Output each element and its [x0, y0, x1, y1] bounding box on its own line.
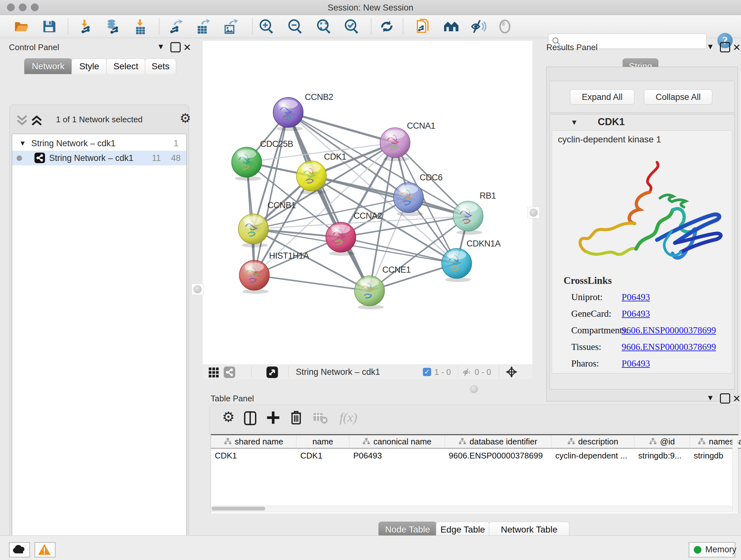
birdseye-view-icon[interactable]: [266, 367, 278, 378]
network-node-label: CDC6: [420, 173, 443, 182]
table-add-icon[interactable]: [266, 411, 280, 426]
results-panel-close-icon[interactable]: ✕: [733, 42, 741, 53]
collapse-all-button[interactable]: Collapse All: [644, 89, 712, 105]
status-bar: Memory: [0, 536, 741, 560]
export-image-icon[interactable]: [222, 19, 239, 34]
cloud-button[interactable]: [9, 542, 30, 557]
table-gear-icon[interactable]: ⚙: [222, 410, 234, 424]
control-panel-float-icon[interactable]: [171, 42, 181, 52]
network-label: String Network – cdk1: [49, 151, 133, 165]
column-header-canonical-name[interactable]: canonical name: [349, 435, 445, 449]
table-columns-icon[interactable]: [244, 411, 257, 427]
network-edge[interactable]: [341, 237, 457, 263]
tab-select[interactable]: Select: [106, 58, 145, 74]
network-view-icon[interactable]: [224, 367, 235, 378]
zoom-out-icon[interactable]: [287, 19, 304, 34]
network-node[interactable]: CCNB1: [239, 200, 296, 247]
memory-label: Memory: [705, 545, 737, 555]
table-cell[interactable]: stringdb:9...: [634, 449, 690, 462]
tab-sets[interactable]: Sets: [145, 58, 176, 74]
table-cell[interactable]: CDK1: [296, 449, 349, 462]
table-cell[interactable]: cyclin-dependent ...: [551, 449, 634, 462]
left-splitter[interactable]: [192, 284, 204, 295]
network-edge[interactable]: [288, 112, 395, 143]
tab-edge-table[interactable]: Edge Table: [436, 522, 489, 537]
network-node-label: CCNA2: [354, 211, 382, 221]
column-header--id[interactable]: @id: [634, 435, 690, 449]
homes-icon[interactable]: [443, 19, 460, 34]
network-edge[interactable]: [288, 112, 369, 291]
open-session-icon[interactable]: [13, 19, 30, 34]
control-panel-close-icon[interactable]: ✕: [183, 42, 191, 53]
collection-expander-icon[interactable]: ▼: [19, 136, 26, 151]
crosslink-link[interactable]: P06493: [622, 308, 650, 319]
zoom-in-icon[interactable]: [259, 19, 275, 34]
control-panel-collapse-icon[interactable]: ▼: [157, 42, 165, 51]
fit-selection-crosshair-icon[interactable]: [505, 366, 518, 380]
share-document-icon[interactable]: [415, 19, 431, 34]
import-database-icon[interactable]: [104, 19, 121, 34]
table-vscrollbar[interactable]: [732, 435, 738, 513]
cdk1-expander-icon[interactable]: ▼: [570, 118, 578, 127]
crosslink-link[interactable]: P06493: [622, 358, 650, 369]
network-collection-row[interactable]: ▼ String Network – cdk1 1: [12, 136, 186, 151]
grid-view-icon[interactable]: [208, 367, 219, 379]
table-panel-close-icon[interactable]: ✕: [733, 393, 741, 404]
results-panel-float-icon[interactable]: [720, 42, 730, 52]
network-node-label: CCNB1: [267, 200, 296, 210]
highlight-eye-icon[interactable]: [496, 19, 513, 34]
table-cell[interactable]: CDK1: [211, 449, 296, 462]
table-panel-float-icon[interactable]: [720, 393, 730, 403]
table-panel-collapse-icon[interactable]: ▼: [706, 393, 714, 402]
tab-network-table[interactable]: Network Table: [489, 522, 569, 537]
expand-all-button[interactable]: Expand All: [570, 89, 634, 105]
protein-structure-image: [558, 150, 726, 270]
network-canvas[interactable]: CCNB2 CCNA1 CDC25B: [203, 41, 532, 365]
selected-checkbox-icon[interactable]: ✓: [423, 368, 431, 376]
table-cell[interactable]: P06493: [349, 449, 445, 462]
tab-node-table[interactable]: Node Table: [379, 522, 436, 537]
network-node[interactable]: HIST1H1A: [239, 251, 309, 294]
column-header-shared-name[interactable]: shared name: [211, 435, 296, 449]
network-node-label: CDKN1A: [467, 239, 501, 248]
results-button-row: Expand All Collapse All: [549, 81, 735, 113]
import-table-icon[interactable]: [132, 19, 149, 34]
network-graph: CCNB2 CCNA1 CDC25B: [203, 41, 532, 365]
network-edge[interactable]: [254, 275, 369, 291]
tab-network[interactable]: Network: [24, 58, 72, 74]
network-node-label: CDC25B: [260, 139, 293, 149]
results-panel-collapse-icon[interactable]: ▼: [706, 42, 714, 51]
warning-button[interactable]: [35, 542, 56, 557]
canvas-network-name: String Network – cdk1: [296, 367, 380, 377]
network-row[interactable]: String Network – cdk1 11 48: [12, 151, 186, 165]
export-table-icon[interactable]: [195, 19, 211, 34]
column-header-name[interactable]: name: [296, 435, 349, 449]
network-node[interactable]: RB1: [453, 191, 496, 235]
crosslink-link[interactable]: P06493: [622, 292, 650, 302]
table-hscrollbar[interactable]: [211, 506, 733, 512]
hide-eye-icon[interactable]: [470, 19, 486, 34]
zoom-selected-icon[interactable]: [344, 19, 360, 34]
right-splitter[interactable]: [528, 207, 540, 219]
network-node[interactable]: CDKN1A: [442, 239, 501, 282]
cdk1-details: cyclin-dependent kinase 1: [552, 130, 732, 374]
network-node[interactable]: CCNE1: [354, 265, 411, 309]
column-header-description[interactable]: description: [551, 435, 634, 449]
table-cell[interactable]: 9606.ENSP00000378699: [445, 449, 551, 462]
crosslink-link[interactable]: 9606.ENSP00000378699: [622, 325, 716, 335]
column-header-database-identifier[interactable]: database identifier: [445, 435, 551, 449]
node-table: shared namenamecanonical namedatabase id…: [211, 434, 738, 513]
tab-style[interactable]: Style: [71, 58, 107, 74]
export-network-icon[interactable]: [167, 19, 184, 34]
network-options-gear-icon[interactable]: ⚙: [180, 111, 191, 125]
save-session-icon[interactable]: [41, 19, 57, 34]
table-delete-icon[interactable]: [290, 410, 302, 426]
memory-button[interactable]: Memory: [689, 542, 735, 557]
control-panel-title: Control Panel: [9, 43, 59, 52]
refresh-icon[interactable]: [379, 19, 395, 34]
import-network-icon[interactable]: [77, 19, 93, 34]
crosslink-link[interactable]: 9606.ENSP00000378699: [622, 341, 716, 352]
results-panel-title: Results Panel: [546, 43, 597, 52]
zoom-fit-icon[interactable]: [316, 19, 333, 34]
network-edge[interactable]: [312, 176, 468, 216]
